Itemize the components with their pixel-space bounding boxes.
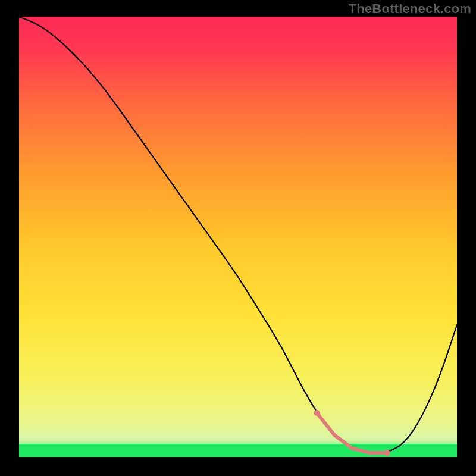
gradient-background [19, 17, 457, 457]
plot-area [19, 17, 457, 457]
chart-svg [19, 17, 457, 457]
chart-stage: TheBottleneck.com [0, 0, 476, 476]
highlight-end-dot [384, 450, 390, 456]
watermark-text: TheBottleneck.com [349, 1, 471, 17]
highlight-start-dot [314, 410, 320, 416]
